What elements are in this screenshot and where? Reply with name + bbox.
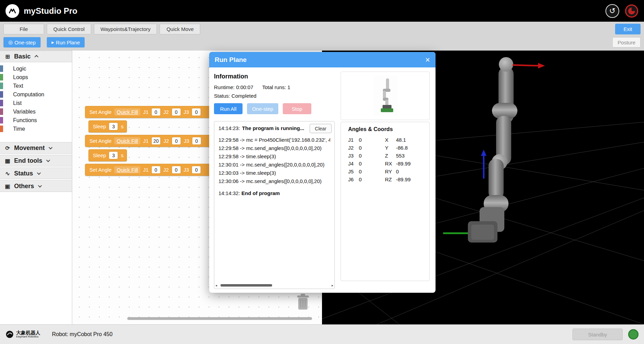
brand-text: 大象机器人 Elephant Robotics	[16, 330, 40, 338]
field-input-j3[interactable]: 0	[192, 108, 201, 116]
run-controls: Run All One-step Stop	[214, 103, 311, 114]
sidebar-category-basic[interactable]: ⊞ Basic	[0, 51, 72, 62]
computation-color-strip	[0, 91, 3, 98]
angles-coords-row: J30Z553	[348, 152, 429, 160]
field-name: J3	[184, 167, 189, 173]
menubar: FileQuick ControlWaypoints&TrajectoryQui…	[0, 22, 644, 36]
angles-coords-title: Angles & Coords	[348, 126, 429, 132]
block-label: Set Angle	[89, 109, 111, 115]
exit-button[interactable]: Exit	[615, 24, 641, 34]
menu-item-quick-control[interactable]: Quick Control	[47, 24, 91, 34]
field-input-duration[interactable]: 3	[109, 122, 118, 130]
coord-value: 0	[396, 169, 429, 174]
field-input-j2[interactable]: 0	[172, 166, 181, 174]
workspace-horizontal-scrollbar[interactable]	[127, 317, 312, 320]
field-input-j1[interactable]: 0	[151, 166, 161, 174]
robot-thumbnail	[373, 76, 397, 116]
sidebar-item-variables[interactable]: Variables	[0, 107, 72, 116]
undo-icon[interactable]: ↺	[605, 4, 619, 18]
sidebar-category-status[interactable]: ∿Status	[0, 168, 72, 179]
log-start-time: 14:14:23:	[218, 125, 240, 131]
connection-status-indicator	[628, 329, 638, 340]
sidebar-item-list[interactable]: List	[0, 99, 72, 107]
block-sleep[interactable]: Sleep3s	[88, 149, 127, 161]
close-icon[interactable]: ×	[425, 56, 430, 64]
sidebar-item-label: Time	[13, 126, 25, 132]
field-input-j3[interactable]: 0	[192, 166, 201, 174]
time-color-strip	[0, 126, 3, 132]
quick-fill-link[interactable]: Quick Fill	[114, 137, 140, 144]
field-input-j1[interactable]: 20	[151, 137, 161, 145]
field-input-j1[interactable]: 0	[151, 108, 161, 116]
dialog-body: Information Runtime: 0:00:07 Total runs:…	[209, 67, 436, 293]
posture-button[interactable]: Posture	[612, 37, 641, 47]
coord-label: X	[385, 137, 396, 143]
coord-label: RZ	[385, 176, 396, 182]
one-step-button[interactable]: ◎One-step	[3, 37, 41, 47]
angles-coords-panel: Angles & Coords J10X48.1J20Y-86.8J30Z553…	[341, 122, 430, 281]
field-input-j3[interactable]: 0	[192, 137, 201, 145]
quick-fill-link[interactable]: Quick Fill	[114, 108, 140, 116]
sidebar-item-computation[interactable]: Computation	[0, 90, 72, 99]
clear-button[interactable]: Clear	[310, 124, 332, 133]
sidebar-item-logic[interactable]: Logic	[0, 64, 72, 73]
block-label: Set Angle	[89, 167, 111, 173]
field-input-duration[interactable]: 3	[109, 151, 118, 159]
scroll-left-icon[interactable]: ◂	[215, 284, 217, 287]
sidebar-item-loops[interactable]: Loops	[0, 73, 72, 82]
scrollbar-thumb[interactable]	[221, 284, 272, 287]
block-sleep[interactable]: Sleep3s	[88, 120, 127, 132]
sidebar-groups: ⟳Movement▦End tools∿Status▣Others	[0, 142, 72, 192]
robot-preview-card	[341, 72, 430, 120]
runtime-row: Runtime: 0:00:07 Total runs: 1	[214, 84, 290, 90]
coord-value: 48.1	[396, 137, 429, 143]
menu-item-waypoints-trajectory[interactable]: Waypoints&Trajectory	[94, 24, 157, 34]
box-icon: ▣	[4, 183, 11, 190]
record-icon[interactable]	[625, 4, 638, 18]
status-value: Status: Completed	[214, 93, 256, 99]
window-icon: ⊞	[4, 53, 11, 60]
field-input-j2[interactable]: 0	[172, 108, 181, 116]
trash-icon[interactable]	[296, 293, 310, 312]
menu-item-file[interactable]: File	[3, 24, 44, 34]
sidebar-item-time[interactable]: Time	[0, 125, 72, 133]
joint-value: 0	[359, 161, 385, 166]
sidebar-item-label: Functions	[13, 117, 37, 123]
block-set_angle[interactable]: Set AngleQuick FillJ10J20J30	[85, 164, 216, 176]
run-plane-button[interactable]: ▸Run Plane	[47, 37, 85, 47]
log-start-message: The program is running...	[242, 125, 304, 131]
block-set_angle[interactable]: Set AngleQuick FillJ120J20J30	[85, 135, 216, 147]
log-end: 14:14:32: End of program	[214, 185, 334, 196]
z-axis-arrowhead	[481, 150, 486, 156]
titlebar-actions: ↺	[605, 4, 638, 18]
robot-arm	[468, 57, 517, 243]
standby-button[interactable]: Standby	[572, 329, 623, 340]
sidebar-item-functions[interactable]: Functions	[0, 116, 72, 125]
app-logo-icon	[6, 4, 19, 18]
sidebar-category-label: Basic	[14, 53, 31, 60]
field-name: J1	[143, 167, 149, 173]
run-all-button[interactable]: Run All	[214, 103, 243, 114]
sidebar-category-movement[interactable]: ⟳Movement	[0, 142, 72, 154]
chevron-down-icon	[46, 158, 50, 162]
sidebar-category-end-tools[interactable]: ▦End tools	[0, 155, 72, 166]
joint-label: J1	[348, 137, 359, 143]
angles-coords-row: J20Y-86.8	[348, 144, 429, 152]
sidebar-item-text[interactable]: Text	[0, 82, 72, 90]
basic-items-list: LogicLoopsTextComputationListVariablesFu…	[0, 62, 72, 135]
coord-label: Y	[385, 145, 396, 151]
sidebar-category-label: Status	[14, 170, 33, 177]
sidebar-category-others[interactable]: ▣Others	[0, 180, 72, 192]
quick-fill-link[interactable]: Quick Fill	[114, 166, 140, 173]
menu-item-quick-move[interactable]: Quick Move	[160, 24, 200, 34]
block-set_angle[interactable]: Set AngleQuick FillJ10J20J30	[85, 106, 216, 118]
log-end-time: 14:14:32:	[218, 190, 240, 196]
log-horizontal-scrollbar[interactable]: ◂ ▸	[215, 283, 333, 288]
titlebar: myStudio Pro ↺	[0, 0, 644, 22]
sidebar-item-label: Text	[13, 83, 23, 89]
dialog-one-step-button[interactable]: One-step	[247, 103, 278, 114]
stop-button[interactable]: Stop	[283, 103, 311, 114]
field-input-j2[interactable]: 0	[172, 137, 181, 145]
scroll-right-icon[interactable]: ▸	[332, 284, 333, 287]
sidebar-item-label: Logic	[13, 66, 26, 72]
